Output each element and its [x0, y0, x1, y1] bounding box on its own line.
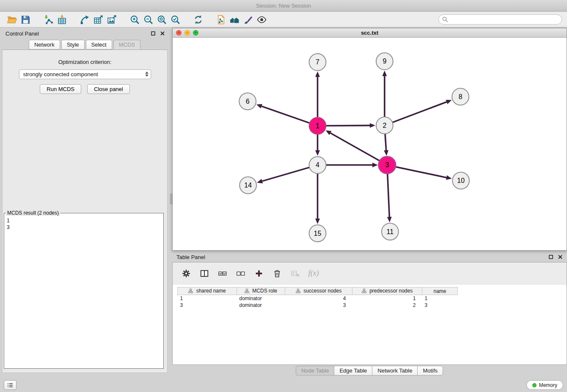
graph-node-1[interactable]: 1	[309, 117, 326, 134]
export-table-button[interactable]	[91, 13, 105, 26]
table-cell[interactable]: 1	[352, 295, 422, 302]
graph-edge-3-11[interactable]	[388, 174, 390, 217]
network-canvas[interactable]: 7968123414101511	[173, 38, 567, 250]
network-window-titlebar[interactable]: × − + scc.txt	[173, 28, 567, 38]
deselect-all-columns-button[interactable]	[235, 268, 247, 279]
graph-edge-1-6[interactable]	[261, 106, 310, 123]
table-cell[interactable]: 1	[178, 295, 237, 302]
zoom-selected-button[interactable]	[168, 13, 182, 26]
table-cell[interactable]: dominator	[237, 295, 285, 302]
graph-edge-3-1[interactable]	[330, 133, 380, 161]
close-icon	[558, 255, 562, 259]
node-table: shared name MCDS role successor nodes pr…	[177, 287, 458, 309]
graph-node-6[interactable]: 6	[239, 93, 256, 110]
tab-select[interactable]: Select	[86, 40, 112, 50]
delete-table-button[interactable]	[289, 268, 301, 279]
tab-node-table[interactable]: Node Table	[296, 366, 335, 375]
save-session-button[interactable]	[19, 13, 32, 26]
tab-motifs[interactable]: Motifs	[417, 366, 443, 375]
export-image-button[interactable]	[105, 13, 118, 26]
tab-edge-table[interactable]: Edge Table	[334, 366, 372, 375]
graph-node-2[interactable]: 2	[376, 117, 393, 134]
control-panel-title: Control Panel	[6, 30, 39, 37]
network-tools-button[interactable]	[78, 13, 91, 26]
table-cell[interactable]: 3	[285, 302, 352, 309]
graph-edge-4-14[interactable]	[262, 167, 310, 181]
graph-node-11[interactable]: 11	[382, 223, 399, 240]
table-row[interactable]: 3 dominator 3 2 3	[178, 302, 458, 309]
graph-edge-1-2[interactable]	[326, 125, 370, 126]
document-network-button[interactable]	[214, 13, 228, 26]
show-hide-button[interactable]	[255, 13, 268, 26]
zoom-in-button[interactable]	[128, 13, 141, 26]
function-builder-button[interactable]: f(x)	[308, 268, 319, 279]
table-cell[interactable]: 4	[285, 295, 352, 302]
float-table-panel-button[interactable]	[548, 254, 553, 259]
zoom-window-button[interactable]: +	[193, 30, 198, 36]
panel-splitter[interactable]	[170, 28, 172, 376]
status-bar: Memory	[0, 378, 567, 392]
column-header-predecessor-nodes[interactable]: predecessor nodes	[352, 287, 422, 295]
graph-node-9[interactable]: 9	[376, 53, 393, 70]
graph-node-15[interactable]: 15	[309, 225, 326, 242]
import-network-button[interactable]	[41, 13, 55, 26]
criterion-dropdown[interactable]: strongly connected component	[19, 69, 151, 79]
table-cell[interactable]: 3	[422, 302, 458, 309]
task-history-button[interactable]	[4, 380, 17, 390]
graph-edge-3-10[interactable]	[395, 167, 446, 178]
open-file-button[interactable]	[5, 13, 19, 26]
column-header-mcds-role[interactable]: MCDS role	[237, 287, 285, 295]
zoom-out-button[interactable]	[141, 13, 155, 26]
table-toolbar: f(x)	[173, 262, 567, 284]
delete-column-button[interactable]	[271, 268, 283, 279]
graph-node-8[interactable]: 8	[452, 88, 469, 105]
select-all-columns-button[interactable]	[217, 268, 228, 279]
table-settings-button[interactable]	[180, 268, 192, 279]
refresh-view-button[interactable]	[191, 13, 205, 26]
houses-button[interactable]	[228, 13, 241, 26]
tab-style[interactable]: Style	[61, 40, 85, 50]
table-cell[interactable]: dominator	[237, 302, 285, 309]
tab-mcds[interactable]: MCDS	[113, 40, 140, 50]
table-cell[interactable]: 1	[422, 295, 458, 302]
column-header-name[interactable]: name	[422, 287, 458, 295]
table-cell[interactable]: 2	[352, 302, 422, 309]
network-window-title: scc.txt	[361, 30, 378, 36]
close-window-button[interactable]: ×	[176, 30, 182, 36]
attribute-icon	[188, 289, 193, 295]
graph-node-4[interactable]: 4	[309, 157, 326, 174]
run-mcds-button[interactable]: Run MCDS	[40, 84, 81, 94]
graph-edge-2-3[interactable]	[385, 134, 386, 150]
search-input[interactable]	[438, 14, 562, 25]
graph-edge-arrowhead	[315, 72, 320, 77]
brush-button[interactable]	[241, 13, 255, 26]
close-panel-button[interactable]	[160, 31, 165, 36]
table-row[interactable]: 1 dominator 4 1 1	[178, 295, 458, 302]
zoom-fit-button[interactable]	[155, 13, 168, 26]
save-icon	[20, 14, 31, 25]
add-column-button[interactable]	[253, 268, 265, 279]
show-column-panel-button[interactable]	[198, 268, 210, 279]
graph-edge-2-8[interactable]	[392, 102, 446, 122]
export-table-icon	[93, 14, 104, 25]
table-panel-body: f(x) shared name MCDS role	[172, 262, 567, 365]
memory-label: Memory	[539, 382, 557, 388]
column-header-shared-name[interactable]: shared name	[178, 287, 237, 295]
close-panel-button-mcds[interactable]: Close panel	[87, 84, 130, 94]
import-table-button[interactable]	[55, 13, 69, 26]
graph-node-7[interactable]: 7	[309, 54, 326, 71]
close-table-panel-button[interactable]	[558, 254, 563, 259]
memory-button[interactable]: Memory	[526, 380, 563, 390]
minimize-window-button[interactable]: −	[184, 30, 190, 36]
list-icon	[6, 381, 14, 389]
tab-network[interactable]: Network	[29, 40, 60, 50]
split-pane-icon	[200, 269, 209, 278]
table-cell[interactable]: 3	[178, 302, 237, 309]
float-panel-button[interactable]	[151, 31, 156, 36]
tab-network-table[interactable]: Network Table	[372, 366, 418, 375]
graph-node-3[interactable]: 3	[379, 157, 396, 174]
graph-node-14[interactable]: 14	[239, 177, 256, 194]
trash-icon	[272, 269, 282, 278]
graph-node-10[interactable]: 10	[452, 172, 469, 189]
column-header-successor-nodes[interactable]: successor nodes	[285, 287, 352, 295]
